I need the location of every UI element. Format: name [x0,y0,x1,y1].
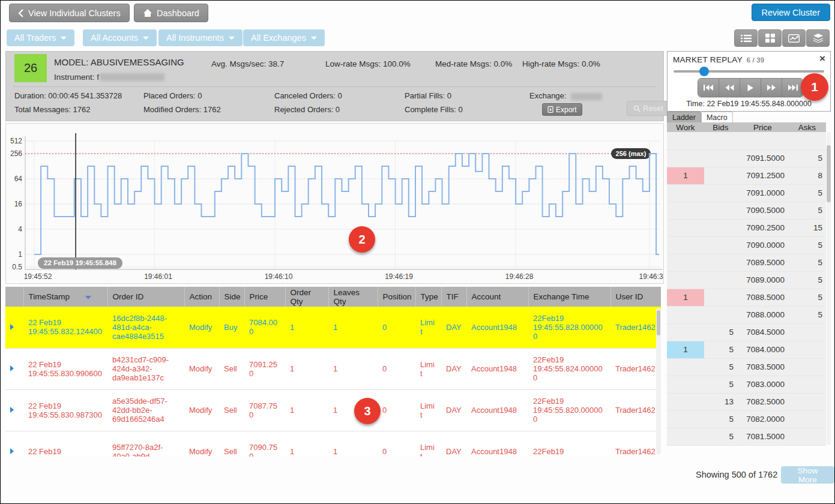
tab-ladder[interactable]: Ladder [667,112,701,122]
close-icon[interactable]: × [819,53,825,64]
row-expander[interactable] [5,307,23,348]
ladder-work-cell [667,219,704,236]
cell-order_id: a5e35dde-df57-42dd-bb2e-69d1665246a4 [107,389,184,431]
ladder-bid-cell [704,236,737,254]
review-cluster-button[interactable]: Review Cluster [752,4,831,21]
ladder-scrollbar-thumb[interactable] [827,145,831,202]
table-row[interactable]: 22 Feb19 19:45:55.830.987300a5e35dde-df5… [5,389,661,431]
column-header-position[interactable]: Position [378,287,415,307]
play-button[interactable] [740,79,761,97]
rewind-button[interactable] [719,79,740,97]
dashboard-button[interactable]: Dashboard [134,4,208,22]
med-rate-stat: Med-rate Msgs: 0.0% [435,59,512,68]
column-header-user-id[interactable]: User ID [610,287,661,307]
tab-ladder-label: Ladder [672,113,696,122]
ladder-work-cell [667,306,704,323]
fast-forward-icon [767,84,776,91]
column-header-type[interactable]: Type [415,287,441,307]
cell-timestamp: 22 Feb19 [23,431,107,457]
expander-column-header [5,287,23,307]
column-header-order-id[interactable]: Order ID [107,287,184,307]
canceled-orders-stat: Canceled Orders: 0 [274,91,342,100]
replay-slider-thumb[interactable] [699,67,709,76]
cell-tif: DAY [441,431,466,457]
ladder-row: 17091.25008 [667,167,826,184]
instrument-redacted-value [100,73,164,81]
column-header-order-qty[interactable]: Order Qty [285,287,328,307]
all-instruments-dropdown[interactable]: All Instruments [158,29,243,46]
view-individual-clusters-button[interactable]: View Individual Clusters [9,4,130,22]
ladder-price-cell: 7091.0000 [737,184,788,202]
column-header-account[interactable]: Account [466,287,528,307]
x-tick-label: 19:46:38 [639,272,663,281]
ladder-ask-cell: 5 [788,271,826,289]
all-traders-dropdown[interactable]: All Traders [7,29,74,46]
export-button-label: Export [556,106,577,114]
market-replay-title: MARKET REPLAY 6 / 39 [673,55,764,64]
all-accounts-dropdown[interactable]: All Accounts [83,29,157,46]
row-expander[interactable] [5,431,23,457]
column-header-side[interactable]: Side [219,287,244,307]
cell-type: Limit [415,389,441,431]
expand-triangle-icon [10,365,14,371]
partial-fills-stat: Partial Fills: 0 [405,91,451,100]
grid-view-button[interactable] [758,29,782,47]
dashboard-button-label: Dashboard [157,8,199,18]
layers-view-button[interactable] [806,29,830,47]
cell-leaves_qty: 1 [328,307,378,348]
column-header-leaves-qty[interactable]: Leaves Qty [328,287,378,307]
cell-order_id: 16dc2f8b-2448-481d-a4ca-cae4884e3515 [107,307,184,348]
ladder-price-cell: 7091.2500 [737,167,788,184]
all-exchanges-dropdown[interactable]: All Exchanges [243,29,325,46]
table-row[interactable]: 22 Feb19 19:45:55.832.12440016dc2f8b-244… [5,307,661,348]
export-button[interactable]: Export [542,103,582,116]
ladder-bid-cell [704,219,737,236]
all-instruments-label: All Instruments [166,33,224,43]
orders-table-scrollbar[interactable] [656,308,661,455]
ladder-row: 7091.50005 [667,149,826,167]
total-messages-stat: Total Messages: 1762 [14,105,90,114]
cell-user_id: Trader1462 [610,431,661,457]
chart-view-button[interactable] [782,29,806,47]
cell-action: Modify [184,348,219,389]
orders-scrollbar-thumb[interactable] [657,310,660,335]
row-expander[interactable] [5,389,23,431]
chevron-down-icon [229,37,235,40]
tab-macro[interactable]: Macro [701,112,733,122]
show-more-button[interactable]: Show More [781,466,834,484]
fast-forward-button[interactable] [761,79,782,97]
column-header-tif[interactable]: TIF [441,287,466,307]
complete-fills-stat: Complete Fills: 0 [405,105,463,114]
column-header-exchange-time[interactable]: Exchange Time [528,287,610,307]
table-row[interactable]: 22 Feb1995ff7270-8a2f-40a0-ab9d-ModifySe… [5,431,661,457]
ladder-work-cell [667,376,704,393]
table-row[interactable]: 22 Feb19 19:45:55.830.990600b4231cd7-c90… [5,348,661,389]
row-expander[interactable] [5,348,23,389]
ladder-bid-cell [704,132,737,149]
ladder-price-cell: 7082.5000 [737,393,788,410]
ladder-scrollbar[interactable] [827,132,831,445]
skip-to-end-button[interactable] [782,79,803,97]
high-rate-stat: High-rate Msgs: 0.0% [522,59,600,68]
all-accounts-label: All Accounts [91,33,138,43]
y-tick-label: 512 [10,137,22,145]
cell-account: Account1948 [466,307,528,348]
ladder-ask-cell [788,428,826,445]
cell-exchange_time: 22Feb19 19:45:55.824.000000 [528,348,610,389]
column-header-timestamp[interactable]: TimeStamp [23,287,107,307]
x-tick-label: 19:46:10 [265,272,293,281]
skip-to-start-button[interactable] [698,79,719,97]
y-tick-label: 256 [10,149,22,158]
replay-slider-track[interactable] [674,70,824,73]
x-tick-label: 19:46:01 [144,272,172,281]
column-header-action[interactable]: Action [184,287,219,307]
ladder-price-cell: 7084.0000 [737,341,788,358]
cell-side: Sell [219,389,244,431]
list-view-button[interactable] [734,29,758,47]
ladder-row: 57082.0000 [667,410,826,428]
showing-count-label: Showing 500 of 1762 [696,470,777,479]
reset-button[interactable]: Reset [627,101,670,116]
ladder-work-cell [667,428,704,445]
column-header-price[interactable]: Price [244,287,285,307]
ladder-price-cell: 7090.5000 [737,202,788,219]
